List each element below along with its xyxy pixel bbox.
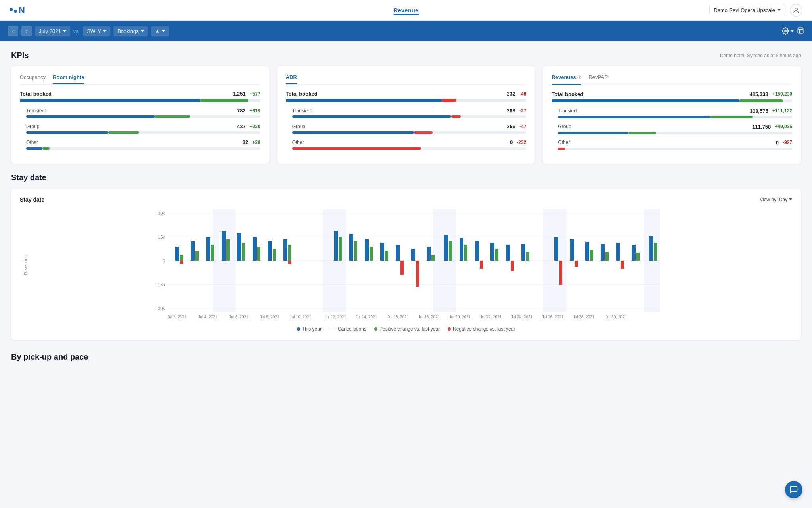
bar-this-year [237, 233, 241, 261]
kpi-value: 0 [510, 139, 513, 145]
stay-date-card: Stay date View by: Day Revenues 30k 15k … [11, 189, 801, 340]
legend-line-cancellations [329, 329, 336, 329]
bar-this-year [649, 236, 653, 261]
kpi-delta: +28 [252, 140, 260, 145]
user-avatar[interactable] [790, 4, 802, 17]
tab-adr[interactable]: ADR [286, 74, 297, 84]
svg-text:Jul 2, 2021: Jul 2, 2021 [167, 315, 187, 319]
kpi-label: Total booked [20, 91, 52, 97]
prev-period-button[interactable]: ‹ [8, 26, 18, 36]
bar-main [558, 116, 710, 118]
bar-main [552, 99, 739, 102]
svg-text:Jul 10, 2021: Jul 10, 2021 [290, 315, 312, 319]
kpi-bar [26, 147, 260, 150]
kpi-label: Other [26, 140, 38, 145]
kpi-bar [292, 147, 527, 150]
bar-main [292, 131, 414, 134]
bar-this-year [427, 247, 431, 261]
kpi-delta: +49,035 [775, 124, 792, 129]
bar-this-year [444, 235, 448, 261]
kpi-value: 32 [243, 139, 248, 145]
view-by-selector[interactable]: View by: Day [760, 197, 792, 202]
bar-main [26, 147, 42, 150]
bar-positive [385, 251, 388, 261]
bar-delta [155, 115, 190, 118]
svg-point-0 [795, 8, 797, 10]
svg-text:Jul 22, 2021: Jul 22, 2021 [480, 315, 502, 319]
tab-revenues[interactable]: Revenues ⓘ [552, 74, 581, 85]
legend-dot-this-year [297, 327, 300, 331]
legend-positive: Positive change vs. last year [374, 326, 440, 332]
bar-positive [636, 253, 640, 261]
vs-separator: vs. [73, 28, 80, 34]
filter-bar-right [782, 27, 804, 35]
kpi-bar [292, 131, 527, 134]
svg-text:15k: 15k [158, 235, 165, 239]
kpi-delta: +319 [250, 108, 260, 114]
compare-filter[interactable]: SWLY [83, 26, 110, 36]
stay-date-section: Stay date Stay date View by: Day Revenue… [0, 164, 812, 349]
legend-label-cancellations: Cancellations [338, 326, 366, 332]
bar-positive [526, 252, 529, 261]
kpi-delta: -47 [519, 124, 526, 129]
star-filter-chevron [162, 30, 165, 32]
bar-this-year [506, 245, 510, 261]
bar-this-year [283, 239, 287, 261]
bar-negative [288, 261, 291, 264]
bar-negative [559, 261, 562, 285]
bar-this-year [475, 241, 479, 261]
bookings-filter-label: Bookings [117, 28, 138, 34]
bar-negative [575, 261, 578, 267]
hotel-selector[interactable]: Demo Revl Opera Upscale [709, 5, 785, 15]
tab-revpar[interactable]: RevPAR [588, 74, 608, 85]
filter-bar: ‹ › July 2021 vs. SWLY Bookings ★ [0, 21, 812, 41]
kpi-card-room-nights: Occupancy Room nights Total booked 1,251… [11, 66, 269, 164]
bar-positive [242, 243, 245, 261]
next-period-button[interactable]: › [21, 26, 32, 36]
export-button[interactable] [797, 27, 804, 35]
date-filter-chevron [63, 30, 66, 32]
bar-positive [495, 249, 498, 261]
svg-text:Jul 4, 2021: Jul 4, 2021 [198, 315, 218, 319]
nav-right: Demo Revl Opera Upscale [709, 4, 802, 17]
bar-delta [558, 148, 565, 150]
kpi-row-transient-rev: Transient 303,575 +111,122 [552, 108, 792, 118]
bar-this-year [616, 243, 620, 261]
bookings-filter[interactable]: Bookings [113, 26, 147, 36]
legend-label-negative: Negative change vs. last year [453, 326, 515, 332]
bar-delta [200, 99, 248, 102]
bar-positive [449, 241, 452, 261]
kpi-tabs-adr: ADR [286, 74, 527, 85]
kpi-row-total-booked-rev: Total booked 415,333 +159,230 [552, 91, 792, 102]
bar-this-year [334, 231, 338, 261]
bar-positive [195, 251, 199, 261]
kpi-label: Total booked [552, 91, 583, 97]
settings-button[interactable] [782, 27, 794, 35]
kpi-delta: -927 [783, 140, 792, 145]
tab-occupancy[interactable]: Occupancy [20, 74, 46, 84]
bar-negative [621, 261, 624, 269]
kpi-value: 388 [507, 108, 515, 114]
star-filter[interactable]: ★ [151, 26, 169, 36]
date-filter[interactable]: July 2021 [35, 26, 70, 36]
kpi-delta: +159,230 [772, 91, 792, 97]
bar-this-year [380, 243, 384, 261]
kpi-delta: -48 [519, 91, 526, 97]
bar-main [558, 132, 628, 134]
kpi-section: KPIs Demo hotel, Synced as of 6 hours ag… [0, 41, 812, 164]
bar-this-year [632, 245, 636, 261]
stay-date-card-title: Stay date [20, 196, 44, 203]
svg-text:Jul 26, 2021: Jul 26, 2021 [542, 315, 564, 319]
bar-negative [511, 261, 514, 271]
bar-positive [370, 247, 373, 261]
kpi-label: Other [292, 140, 304, 145]
kpi-delta: +577 [250, 91, 260, 97]
nav-revenue-label[interactable]: Revenue [394, 7, 419, 15]
tab-room-nights[interactable]: Room nights [53, 74, 84, 84]
bar-positive [354, 241, 357, 261]
chart-area: Revenues 30k 15k 0 -15k -30k [20, 209, 792, 321]
kpi-row-other-adr: Other 0 -232 [286, 139, 527, 150]
bar-positive [339, 237, 342, 261]
bar-this-year [490, 243, 494, 261]
bar-delta [292, 147, 421, 150]
